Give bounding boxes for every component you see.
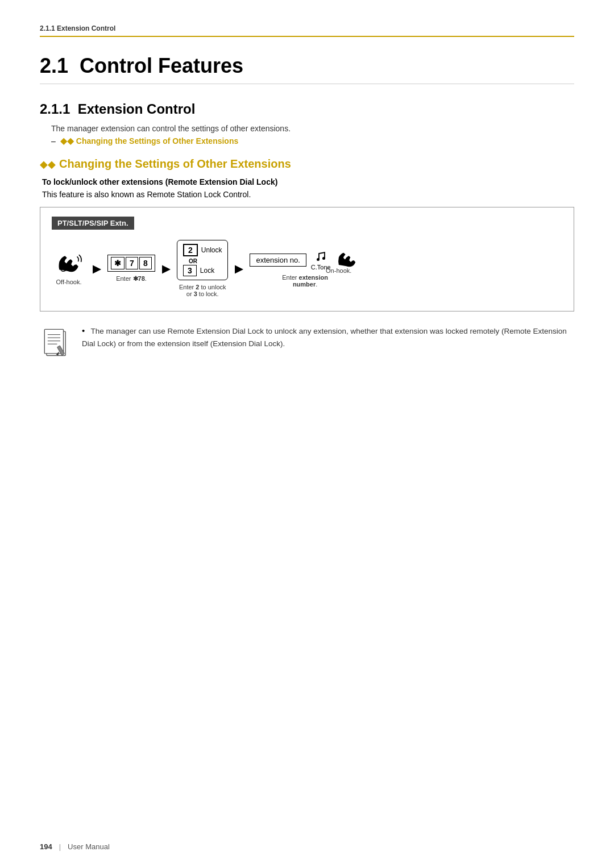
offhook-step: Off-hook. — [52, 252, 86, 285]
toc-link[interactable]: Changing the Settings of Other Extension… — [76, 136, 238, 146]
chapter-title: 2.1 Control Features — [40, 54, 574, 84]
footer-page-number: 194 — [40, 842, 52, 851]
key-8: 8 — [139, 257, 152, 269]
extension-label: Enter extensionnumber. — [282, 274, 328, 288]
unlock-lock-group: 2 Unlock OR 3 Lock — [177, 240, 228, 280]
lock-row: 3 Lock — [183, 265, 214, 276]
note-text: The manager can use Remote Extension Dia… — [82, 327, 567, 348]
subsection-title: Changing the Settings of Other Extension… — [59, 157, 291, 171]
diagram-box: PT/SLT/PS/SIP Extn. Off-hook. — [40, 207, 574, 312]
key-7: 7 — [126, 257, 138, 269]
key-star: ✱ — [111, 257, 125, 269]
offhook-label: Off-hook. — [56, 279, 81, 285]
section-title: 2.1.1 Extension Control — [40, 101, 574, 117]
note-section: • The manager can use Remote Extension D… — [42, 325, 574, 361]
lock-text: Lock — [200, 267, 214, 275]
intro-text: The manager extension can control the se… — [51, 124, 574, 133]
subsection-diamond-icon: ◆◆ — [40, 158, 56, 171]
offhook-phone-icon — [55, 252, 83, 275]
onhook-step: On-hook. — [322, 264, 356, 274]
onhook-label: On-hook. — [326, 267, 351, 274]
extension-no-box: extension no. — [250, 254, 306, 267]
or-text: OR — [189, 258, 197, 264]
breadcrumb: 2.1.1 Extension Control — [40, 23, 574, 37]
unlock-lock-step: 2 Unlock OR 3 Lock Enter 2 to unlockor 3… — [177, 240, 228, 297]
diagram-header: PT/SLT/PS/SIP Extn. — [52, 217, 134, 230]
footer-divider: | — [59, 842, 61, 851]
ctone-icon — [314, 250, 327, 263]
key-2: 2 — [183, 244, 198, 256]
note-text-container: • The manager can use Remote Extension D… — [82, 325, 574, 350]
key-3: 3 — [183, 265, 197, 276]
keypad-group: ✱ 7 8 — [107, 255, 155, 272]
step-row: Off-hook. ▶ ✱ 7 8 Enter ✱78. ▶ 2 — [52, 240, 562, 297]
toc-link-row: – ◆◆ Changing the Settings of Other Exte… — [51, 135, 574, 146]
diamond-icon: ◆◆ — [60, 135, 74, 146]
unlock-row: 2 Unlock — [183, 244, 222, 256]
procedure-title: To lock/unlock other extensions (Remote … — [42, 177, 574, 186]
note-icon — [42, 325, 72, 361]
procedure-subtitle: This feature is also known as Remote Sta… — [42, 190, 574, 199]
arrow-2: ▶ — [162, 263, 170, 275]
svg-point-1 — [322, 257, 325, 260]
keypad-step: ✱ 7 8 Enter ✱78. — [107, 255, 155, 283]
arrow-3: ▶ — [235, 263, 243, 275]
keypad-label: Enter ✱78. — [116, 275, 147, 283]
unlock-lock-label: Enter 2 to unlockor 3 to lock. — [179, 284, 226, 297]
footer-label: User Manual — [68, 842, 110, 851]
svg-point-0 — [317, 258, 320, 261]
unlock-text: Unlock — [201, 246, 222, 254]
arrow-1: ▶ — [93, 263, 101, 275]
subsection-heading: ◆◆ Changing the Settings of Other Extens… — [40, 157, 574, 171]
page-footer: 194 | User Manual — [0, 842, 614, 851]
